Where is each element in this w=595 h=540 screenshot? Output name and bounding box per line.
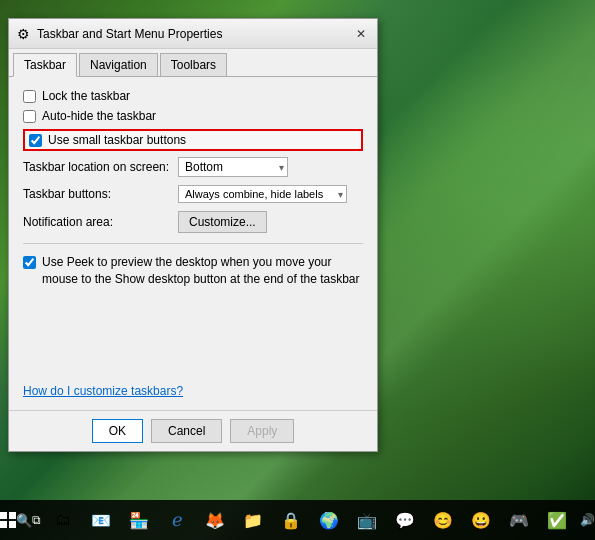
separator <box>23 243 363 244</box>
system-tray: 🔊 📶 11:55 PM 1/1/2016 🗨 <box>575 500 595 540</box>
taskbar-buttons-label: Taskbar buttons: <box>23 187 178 201</box>
windows-logo-icon <box>0 512 16 528</box>
tray-network-icon[interactable]: 🔊 <box>575 500 595 540</box>
notification-area-row: Notification area: Customize... <box>23 211 363 233</box>
taskbar-buttons-control: Always combine, hide labels Combine when… <box>178 185 347 203</box>
tab-navigation[interactable]: Navigation <box>79 53 158 77</box>
tab-bar: Taskbar Navigation Toolbars <box>9 49 377 77</box>
customize-button[interactable]: Customize... <box>178 211 267 233</box>
taskbar-location-dropdown-wrapper: Bottom Top Left Right <box>178 157 288 177</box>
taskbar-buttons-dropdown[interactable]: Always combine, hide labels Combine when… <box>178 185 347 203</box>
task-view-icon: ⧉ <box>32 513 41 527</box>
taskbar-buttons-dropdown-wrapper: Always combine, hide labels Combine when… <box>178 185 347 203</box>
taskbar-icon-explorer[interactable]: 🗂 <box>45 500 81 540</box>
taskbar-icon-mail[interactable]: 📧 <box>83 500 119 540</box>
search-button[interactable]: 🔍 <box>16 500 32 540</box>
dialog-footer: OK Cancel Apply <box>9 410 377 451</box>
taskbar-location-label: Taskbar location on screen: <box>23 160 178 174</box>
globe-icon: 🌍 <box>319 511 339 530</box>
small-buttons-checkbox[interactable] <box>29 134 42 147</box>
start-button[interactable] <box>0 500 16 540</box>
taskbar-icon-globe[interactable]: 🌍 <box>311 500 347 540</box>
taskbar-properties-dialog: ⚙ Taskbar and Start Menu Properties ✕ Ta… <box>8 18 378 452</box>
taskbar: 🔍 ⧉ 🗂 📧 🏪 ℯ 🦊 📁 🔒 🌍 📺 💬 😊 😀 🎮 ✅ 🔊 📶 <box>0 500 595 540</box>
tab-toolbars[interactable]: Toolbars <box>160 53 227 77</box>
firefox-icon: 🦊 <box>205 511 225 530</box>
cancel-button[interactable]: Cancel <box>151 419 222 443</box>
taskbar-icon-chat[interactable]: 💬 <box>387 500 423 540</box>
auto-hide-checkbox[interactable] <box>23 110 36 123</box>
ok-button[interactable]: OK <box>92 419 143 443</box>
customize-link[interactable]: How do I customize taskbars? <box>23 384 363 398</box>
taskbar-icon-game[interactable]: 🎮 <box>501 500 537 540</box>
peek-label[interactable]: Use Peek to preview the desktop when you… <box>42 254 363 288</box>
taskbar-location-control: Bottom Top Left Right <box>178 157 288 177</box>
peek-row: Use Peek to preview the desktop when you… <box>23 254 363 288</box>
taskbar-location-dropdown[interactable]: Bottom Top Left Right <box>178 157 288 177</box>
dialog-title: Taskbar and Start Menu Properties <box>37 27 351 41</box>
desktop: ⚙ Taskbar and Start Menu Properties ✕ Ta… <box>0 0 595 540</box>
taskbar-buttons-row: Taskbar buttons: Always combine, hide la… <box>23 185 363 203</box>
chat-icon: 💬 <box>395 511 415 530</box>
security-icon: 🔒 <box>281 511 301 530</box>
emoji2-icon: 😀 <box>471 511 491 530</box>
taskbar-icon-edge[interactable]: ℯ <box>159 500 195 540</box>
peek-checkbox[interactable] <box>23 256 36 269</box>
taskbar-icon-media[interactable]: 📺 <box>349 500 385 540</box>
taskbar-icon-emoji1[interactable]: 😊 <box>425 500 461 540</box>
small-buttons-label[interactable]: Use small taskbar buttons <box>48 133 186 147</box>
dialog-titlebar[interactable]: ⚙ Taskbar and Start Menu Properties ✕ <box>9 19 377 49</box>
lock-taskbar-row: Lock the taskbar <box>23 89 363 103</box>
taskbar-icon-folder[interactable]: 📁 <box>235 500 271 540</box>
lock-taskbar-checkbox[interactable] <box>23 90 36 103</box>
notification-area-control: Customize... <box>178 211 267 233</box>
media-icon: 📺 <box>357 511 377 530</box>
taskbar-icon-check[interactable]: ✅ <box>539 500 575 540</box>
spacer <box>23 296 363 376</box>
explorer-icon: 🗂 <box>55 511 71 529</box>
dialog-content: Lock the taskbar Auto-hide the taskbar U… <box>9 77 377 410</box>
task-view-button[interactable]: ⧉ <box>32 500 41 540</box>
close-button[interactable]: ✕ <box>351 24 371 44</box>
store-icon: 🏪 <box>129 511 149 530</box>
taskbar-icon-firefox[interactable]: 🦊 <box>197 500 233 540</box>
auto-hide-row: Auto-hide the taskbar <box>23 109 363 123</box>
tab-taskbar[interactable]: Taskbar <box>13 53 77 77</box>
small-buttons-row: Use small taskbar buttons <box>23 129 363 151</box>
game-icon: 🎮 <box>509 511 529 530</box>
emoji1-icon: 😊 <box>433 511 453 530</box>
taskbar-icon-store[interactable]: 🏪 <box>121 500 157 540</box>
network-icon: 🔊 <box>580 513 595 527</box>
notification-area-label: Notification area: <box>23 215 178 229</box>
edge-icon: ℯ <box>172 509 183 531</box>
lock-taskbar-label[interactable]: Lock the taskbar <box>42 89 130 103</box>
auto-hide-label[interactable]: Auto-hide the taskbar <box>42 109 156 123</box>
mail-icon: 📧 <box>91 511 111 530</box>
apply-button[interactable]: Apply <box>230 419 294 443</box>
taskbar-pinned-icons: 🗂 📧 🏪 ℯ 🦊 📁 🔒 🌍 📺 💬 😊 😀 🎮 ✅ <box>45 500 575 540</box>
dialog-icon: ⚙ <box>15 26 31 42</box>
taskbar-icon-security[interactable]: 🔒 <box>273 500 309 540</box>
check-icon: ✅ <box>547 511 567 530</box>
taskbar-location-row: Taskbar location on screen: Bottom Top L… <box>23 157 363 177</box>
folder-icon: 📁 <box>243 511 263 530</box>
taskbar-icon-emoji2[interactable]: 😀 <box>463 500 499 540</box>
search-icon: 🔍 <box>16 513 32 528</box>
